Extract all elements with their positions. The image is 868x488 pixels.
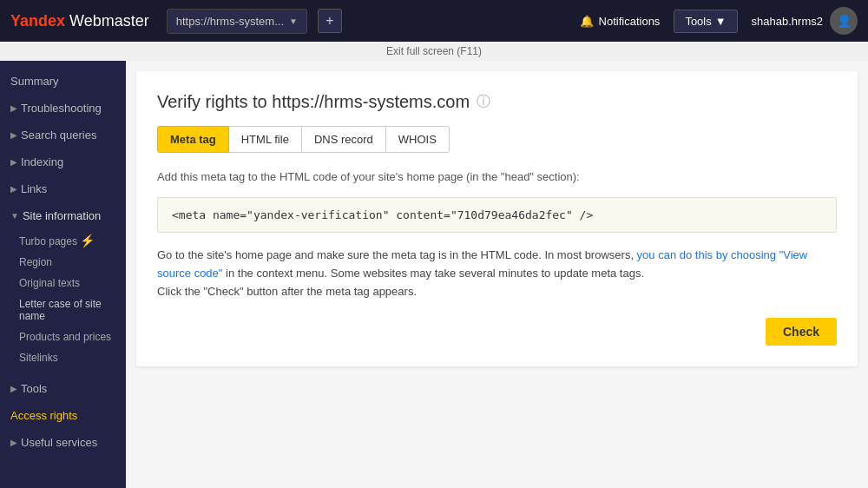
chevron-down-icon: ▼ xyxy=(289,16,298,26)
page-title: Verify rights to https://hrms-systems.co… xyxy=(157,92,837,112)
sidebar-sub-sitelinks[interactable]: Sitelinks xyxy=(0,347,126,368)
info-icon[interactable]: ⓘ xyxy=(477,93,490,111)
logo-brand: Yandex xyxy=(10,12,65,30)
username: shahab.hrms2 xyxy=(752,15,823,28)
sitelinks-label: Sitelinks xyxy=(19,352,58,364)
url-selector-text: https://hrms-system... xyxy=(176,15,284,28)
tools-sidebar-label: Tools xyxy=(21,382,47,395)
sidebar-item-label: Search queries xyxy=(21,129,96,142)
chevron-down-icon: ▼ xyxy=(715,15,727,28)
sidebar-item-access-rights[interactable]: Access rights xyxy=(0,402,126,429)
sidebar-item-label: Links xyxy=(21,182,47,195)
tab-meta-tag[interactable]: Meta tag xyxy=(157,126,229,153)
arrow-icon: ▶ xyxy=(10,184,17,194)
content-card: Verify rights to https://hrms-systems.co… xyxy=(136,71,858,366)
tools-button[interactable]: Tools ▼ xyxy=(674,10,737,33)
sidebar-sub-original-texts[interactable]: Original texts xyxy=(0,273,126,293)
user-info: shahab.hrms2 👤 xyxy=(752,7,858,35)
notifications-label: Notifications xyxy=(599,15,661,28)
add-site-button[interactable]: + xyxy=(318,9,342,33)
bell-icon: 🔔 xyxy=(580,15,594,28)
logo-product-text: Webmaster xyxy=(69,12,149,30)
sidebar-item-troubleshooting[interactable]: ▶ Troubleshooting xyxy=(0,95,126,122)
instruction-text: Add this meta tag to the HTML code of yo… xyxy=(157,170,837,183)
sidebar-item-label: Site information xyxy=(23,209,101,222)
url-selector[interactable]: https://hrms-system... ▼ xyxy=(167,9,307,34)
code-text: <meta name="yandex-verification" content… xyxy=(172,208,593,221)
main-content: Verify rights to https://hrms-systems.co… xyxy=(126,61,868,488)
useful-services-label: Useful services xyxy=(21,436,97,449)
arrow-icon: ▶ xyxy=(10,130,17,140)
verification-tabs: Meta tag HTML file DNS record WHOIS xyxy=(157,126,837,153)
arrow-icon: ▶ xyxy=(10,157,17,167)
tab-html-file[interactable]: HTML file xyxy=(228,126,302,153)
description-line1: Go to the site's home page and make sure… xyxy=(157,247,837,283)
fullscreen-bar[interactable]: Exit full screen (F11) xyxy=(0,42,868,61)
sidebar-sub-region[interactable]: Region xyxy=(0,252,126,273)
sidebar-item-tools[interactable]: ▶ Tools xyxy=(0,375,126,402)
notifications-button[interactable]: 🔔 Notifications xyxy=(580,15,661,28)
logo: Yandex Webmaster xyxy=(10,12,149,30)
sidebar-sub-letter-case[interactable]: Letter case of site name xyxy=(0,293,126,326)
sidebar-item-links[interactable]: ▶ Links xyxy=(0,175,126,202)
arrow-icon: ▼ xyxy=(10,211,19,221)
sidebar-item-summary[interactable]: Summary xyxy=(0,68,126,95)
description-line2: Click the "Check" button after the meta … xyxy=(157,283,837,301)
description: Go to the site's home page and make sure… xyxy=(157,247,837,300)
avatar[interactable]: 👤 xyxy=(830,7,858,35)
sidebar-item-site-information[interactable]: ▼ Site information xyxy=(0,202,126,229)
letter-case-label: Letter case of site name xyxy=(19,298,102,322)
tab-dns-record[interactable]: DNS record xyxy=(301,126,386,153)
products-prices-label: Products and prices xyxy=(19,331,111,343)
turbo-label: Turbo pages xyxy=(19,235,77,247)
page-title-text: Verify rights to https://hrms-systems.co… xyxy=(157,92,470,112)
fullscreen-label: Exit full screen (F11) xyxy=(386,45,482,57)
top-navigation: Yandex Webmaster https://hrms-system... … xyxy=(0,0,868,42)
sidebar-sub-turbo-pages[interactable]: Turbo pages ⚡ xyxy=(0,229,126,252)
original-texts-label: Original texts xyxy=(19,277,80,289)
check-button[interactable]: Check xyxy=(766,318,837,346)
sidebar-sub-products-prices[interactable]: Products and prices xyxy=(0,326,126,347)
sidebar-item-label: Summary xyxy=(10,75,59,88)
sidebar-item-indexing[interactable]: ▶ Indexing xyxy=(0,148,126,175)
arrow-icon: ▶ xyxy=(10,103,17,113)
main-layout: Summary ▶ Troubleshooting ▶ Search queri… xyxy=(0,61,868,488)
highlight-text: you can do this by choosing "View source… xyxy=(157,248,807,280)
sidebar-item-label: Troubleshooting xyxy=(21,102,102,115)
sidebar: Summary ▶ Troubleshooting ▶ Search queri… xyxy=(0,61,126,488)
code-block[interactable]: <meta name="yandex-verification" content… xyxy=(157,197,837,233)
access-rights-label: Access rights xyxy=(10,409,77,422)
turbo-icon: ⚡ xyxy=(80,234,95,247)
region-label: Region xyxy=(19,256,52,268)
tools-label: Tools xyxy=(685,15,711,28)
check-button-row: Check xyxy=(157,318,837,346)
nav-right: 🔔 Notifications Tools ▼ shahab.hrms2 👤 xyxy=(580,7,858,35)
sidebar-item-useful-services[interactable]: ▶ Useful services xyxy=(0,429,126,456)
sidebar-item-search-queries[interactable]: ▶ Search queries xyxy=(0,122,126,148)
arrow-icon: ▶ xyxy=(10,438,17,447)
sidebar-item-label: Indexing xyxy=(21,155,63,168)
arrow-icon: ▶ xyxy=(10,384,17,393)
tab-whois[interactable]: WHOIS xyxy=(385,126,450,153)
